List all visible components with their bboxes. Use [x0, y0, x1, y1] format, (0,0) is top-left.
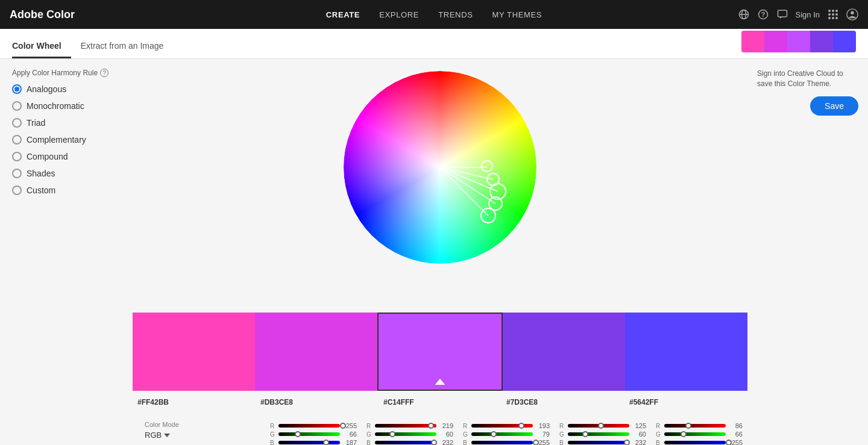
r-slider-3[interactable]: R 193 [463, 422, 550, 429]
harmony-info-icon[interactable]: ? [100, 69, 108, 77]
radio-complementary[interactable] [12, 135, 22, 145]
save-button[interactable]: Save [810, 96, 858, 116]
r-slider-4[interactable]: R 125 [559, 422, 646, 429]
preview-swatch-4 [810, 31, 833, 52]
profile-icon[interactable] [846, 8, 858, 20]
sidebar: Apply Color Harmony Rule ? Analogous Mon… [0, 59, 133, 445]
nav-create[interactable]: CREATE [326, 10, 360, 19]
rule-analogous[interactable]: Analogous [12, 84, 121, 94]
g-slider-2[interactable]: G 60 [366, 431, 453, 438]
wheel-area [133, 59, 747, 313]
help-icon[interactable]: ? [757, 8, 769, 20]
color-info-3: #C14FFF [379, 396, 502, 411]
nav-trends[interactable]: TRENDS [438, 10, 473, 19]
g-slider-5[interactable]: G 66 [656, 431, 743, 438]
tab-bar: Color Wheel Extract from an Image [0, 29, 868, 59]
b-slider-2[interactable]: B 232 [366, 439, 453, 445]
color-mode-selector: Color Mode RGB [133, 419, 265, 445]
main-container: Apply Color Harmony Rule ? Analogous Mon… [0, 59, 868, 445]
sliders-swatch-5: R 86 G 66 B [651, 419, 747, 445]
sliders-swatch-3: R 193 G 79 B [458, 419, 555, 445]
preview-swatch-1 [741, 31, 764, 52]
apps-grid-icon[interactable] [827, 8, 839, 20]
g-slider-1[interactable]: G 66 [270, 431, 357, 438]
svg-line-11 [440, 167, 495, 204]
b-slider-4[interactable]: B 232 [559, 439, 646, 445]
g-slider-3[interactable]: G 79 [463, 431, 550, 438]
color-info-4: #7D3CE8 [502, 396, 624, 411]
rule-triad[interactable]: Triad [12, 118, 121, 128]
color-info-row: #FF42BB #DB3CE8 #C14FFF #7D3CE8 #5642FF [133, 391, 747, 416]
sliders-swatch-2: R 219 G 60 B [362, 419, 458, 445]
radio-monochromatic[interactable] [12, 101, 22, 111]
svg-line-13 [440, 167, 493, 179]
tab-extract-image[interactable]: Extract from an Image [81, 34, 174, 58]
rule-complementary[interactable]: Complementary [12, 135, 121, 145]
sign-in-button[interactable]: Sign In [796, 10, 820, 19]
svg-point-19 [482, 161, 492, 172]
swatch-3[interactable] [377, 313, 502, 391]
color-preview-strip [741, 31, 856, 52]
color-controls: Color Mode RGB R 255 [133, 416, 747, 445]
sliders-swatch-4: R 125 G 60 B [555, 419, 651, 445]
right-panel: Sign into Creative Cloud to save this Co… [747, 59, 868, 445]
radio-shades[interactable] [12, 169, 22, 178]
swatch-4[interactable] [503, 313, 625, 391]
harmony-rules: Analogous Monochromatic Triad Complement… [12, 84, 121, 195]
rule-custom[interactable]: Custom [12, 185, 121, 195]
rule-compound[interactable]: Compound [12, 152, 121, 161]
svg-rect-5 [778, 10, 787, 17]
svg-line-10 [440, 167, 488, 216]
logo: Adobe Color [10, 8, 75, 21]
radio-compound[interactable] [12, 152, 22, 161]
radio-triad[interactable] [12, 118, 22, 128]
header-right: ? Sign In [738, 8, 858, 20]
radio-analogous[interactable] [12, 84, 22, 94]
svg-point-7 [851, 11, 854, 14]
color-wheel[interactable] [344, 71, 536, 264]
radio-custom[interactable] [12, 185, 22, 195]
tab-color-wheel[interactable]: Color Wheel [12, 34, 71, 58]
content-area: #FF42BB #DB3CE8 #C14FFF #7D3CE8 #5642FF … [133, 59, 747, 445]
b-slider-1[interactable]: B 187 [270, 439, 357, 445]
preview-swatch-5 [833, 31, 856, 52]
swatch-2[interactable] [255, 313, 377, 391]
preview-swatch-2 [764, 31, 787, 52]
b-slider-5[interactable]: B 255 [656, 439, 743, 445]
swatch-5[interactable] [625, 313, 747, 391]
sliders-swatch-1: R 255 G 66 B [265, 419, 362, 445]
g-slider-4[interactable]: G 60 [559, 431, 646, 438]
globe-icon[interactable] [738, 8, 750, 20]
r-slider-1[interactable]: R 255 [270, 422, 357, 429]
r-slider-2[interactable]: R 219 [366, 422, 453, 429]
main-nav: CREATE EXPLORE TRENDS MY THEMES [326, 10, 542, 19]
color-info-2: #DB3CE8 [256, 396, 379, 411]
harmony-label: Apply Color Harmony Rule ? [12, 69, 121, 77]
nav-explore[interactable]: EXPLORE [379, 10, 419, 19]
preview-swatch-3 [787, 31, 810, 52]
swatch-1[interactable] [133, 313, 255, 391]
color-info-5: #5642FF [624, 396, 747, 411]
header: Adobe Color CREATE EXPLORE TRENDS MY THE… [0, 0, 868, 29]
rule-monochromatic[interactable]: Monochromatic [12, 101, 121, 111]
svg-text:?: ? [761, 11, 765, 18]
color-info-1: #FF42BB [133, 396, 256, 411]
nav-my-themes[interactable]: MY THEMES [492, 10, 542, 19]
b-slider-3[interactable]: B 255 [463, 439, 550, 445]
color-mode-dropdown[interactable]: RGB [145, 431, 253, 440]
chat-icon[interactable] [776, 8, 788, 20]
color-wheel-display[interactable] [344, 71, 536, 264]
sliders-container: R 255 G 66 B [265, 419, 747, 445]
r-slider-5[interactable]: R 86 [656, 422, 743, 429]
rule-shades[interactable]: Shades [12, 169, 121, 178]
swatches-row [133, 313, 747, 391]
